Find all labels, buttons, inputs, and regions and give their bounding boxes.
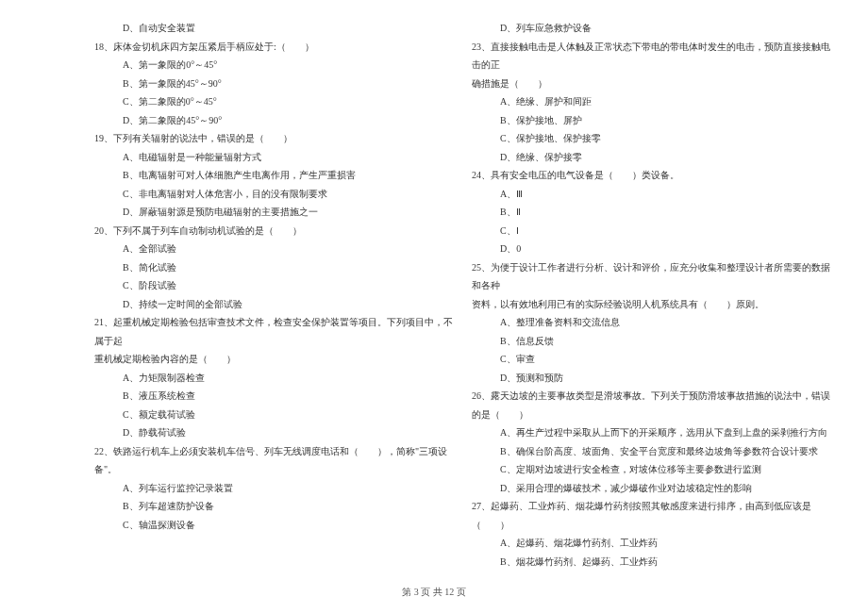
q18: 18、床体金切机床四方架压紧后手柄应处于:（ ）	[94, 38, 453, 57]
q23-option-c: C、保护接地、保护接零	[472, 129, 830, 148]
q20-option-d: D、持续一定时间的全部试验	[94, 295, 453, 314]
q25-option-c: C、审查	[472, 350, 830, 369]
q26-option-b: B、确保台阶高度、坡面角、安全平台宽度和最终边坡角等参数符合设计要求	[472, 442, 830, 461]
q19-option-d: D、屏蔽辐射源是预防电磁辐射的主要措施之一	[94, 203, 453, 222]
right-column: D、列车应急救护设备 23、直接接触电击是人体触及正常状态下带电的带电体时发生的…	[462, 19, 830, 575]
q21-continuation: 重机械定期检验内容的是（ ）	[94, 350, 453, 369]
q23-option-d: D、绝缘、保护接零	[472, 148, 830, 167]
q21-option-a: A、力矩限制器检查	[94, 369, 453, 388]
q20-option-c: C、阶段试验	[94, 276, 453, 295]
q27-option-b: B、烟花爆竹药剂、起爆药、工业炸药	[472, 553, 830, 572]
q25-option-d: D、预测和预防	[472, 369, 830, 388]
q25-option-b: B、信息反馈	[472, 332, 830, 351]
q22-option-c: C、轴温探测设备	[94, 516, 453, 535]
q20: 20、下列不属于列车自动制动机试验的是（ ）	[94, 222, 453, 240]
page-container: D、自动安全装置 18、床体金切机床四方架压紧后手柄应处于:（ ） A、第一象限…	[0, 0, 868, 575]
q23-continuation: 确措施是（ ）	[472, 75, 830, 93]
q23-option-a: A、绝缘、屏护和间距	[472, 92, 830, 111]
q26-option-d: D、采用合理的爆破技术，减少爆破作业对边坡稳定性的影响	[472, 479, 830, 498]
q22: 22、铁路运行机车上必须安装机车信号、列车无线调度电话和（ ），简称"三项设备"…	[94, 442, 453, 479]
q24-option-b: B、Ⅱ	[472, 203, 830, 222]
q19: 19、下列有关辐射的说法中，错误的是（ ）	[94, 129, 453, 148]
left-column: D、自动安全装置 18、床体金切机床四方架压紧后手柄应处于:（ ） A、第一象限…	[94, 19, 462, 575]
q21-option-c: C、额定载荷试验	[94, 406, 453, 424]
q26-option-a: A、再生产过程中采取从上而下的开采顺序，选用从下盘到上盘的采剥推行方向	[472, 423, 830, 442]
q22-option-d: D、列车应急救护设备	[472, 19, 830, 38]
page-footer: 第 3 页 共 12 页	[0, 586, 868, 599]
q18-option-d: D、第二象限的45°～90°	[94, 111, 453, 130]
q26: 26、露天边坡的主要事故类型是滑坡事故。下列关于预防滑坡事故措施的说法中，错误的…	[472, 387, 830, 423]
q24-option-d: D、0	[472, 240, 830, 258]
q25-option-a: A、整理准备资料和交流信息	[472, 313, 830, 332]
q22-option-b: B、列车超速防护设备	[94, 497, 453, 516]
q21-option-b: B、液压系统检查	[94, 387, 453, 406]
q19-option-b: B、电离辐射可对人体细胞产生电离作用，产生严重损害	[94, 166, 453, 185]
q27-option-a: A、起爆药、烟花爆竹药剂、工业炸药	[472, 534, 830, 553]
q21-option-d: D、静载荷试验	[94, 423, 453, 442]
q21: 21、起重机械定期检验包括审查技术文件，检查安全保护装置等项目。下列项目中，不属…	[94, 313, 453, 350]
q24-option-c: C、Ⅰ	[472, 222, 830, 240]
q19-option-a: A、电磁辐射是一种能量辐射方式	[94, 148, 453, 167]
q19-option-c: C、非电离辐射对人体危害小，目的没有限制要求	[94, 185, 453, 204]
q17-option-d: D、自动安全装置	[94, 19, 453, 38]
q26-option-c: C、定期对边坡进行安全检查，对坡体位移等主要参数进行监测	[472, 460, 830, 479]
q23: 23、直接接触电击是人体触及正常状态下带电的带电体时发生的电击，预防直接接触电击…	[472, 38, 830, 75]
q18-option-b: B、第一象限的45°～90°	[94, 75, 453, 93]
q20-option-b: B、简化试验	[94, 258, 453, 277]
q20-option-a: A、全部试验	[94, 240, 453, 258]
q18-option-c: C、第二象限的0°～45°	[94, 92, 453, 111]
q24-option-a: A、Ⅲ	[472, 185, 830, 204]
q22-option-a: A、列车运行监控记录装置	[94, 479, 453, 498]
q25: 25、为便于设计工作者进行分析、设计和评价，应充分收集和整理设计者所需要的数据和…	[472, 258, 830, 295]
q18-option-a: A、第一象限的0°～45°	[94, 56, 453, 75]
q25-continuation: 资料，以有效地利用已有的实际经验说明人机系统具有（ ）原则。	[472, 295, 830, 314]
q27: 27、起爆药、工业炸药、烟花爆竹药剂按照其敏感度来进行排序，由高到低应该是（ ）	[472, 497, 830, 534]
q23-option-b: B、保护接地、屏护	[472, 111, 830, 130]
q24: 24、具有安全电压的电气设备是（ ）类设备。	[472, 166, 830, 185]
